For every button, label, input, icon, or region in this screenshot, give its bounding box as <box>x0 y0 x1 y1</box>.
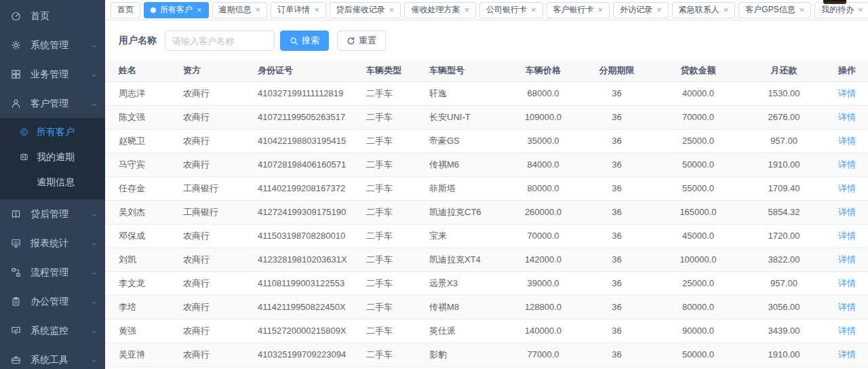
sidebar-item-system-monitor[interactable]: 系统监控 <box>0 316 105 345</box>
office-icon <box>10 296 21 307</box>
detail-link[interactable]: 详情 <box>838 88 856 98</box>
tab-close-icon[interactable]: × <box>724 5 729 14</box>
tab-close-icon[interactable]: × <box>389 5 395 14</box>
cell-monthly-payment: 1709.40 <box>744 176 824 200</box>
cell-vehicle-price: 128800.0 <box>505 295 581 319</box>
table-row: 李文龙农商行411081199003122553二手车远景X339000.036… <box>105 271 868 295</box>
cell-monthly-payment: 1453.00 <box>744 366 824 369</box>
cell-loan-amount: 25000.0 <box>652 129 744 153</box>
detail-link[interactable]: 详情 <box>838 183 856 193</box>
active-tab-dot-icon <box>151 7 156 13</box>
cell-installment-term: 36 <box>581 224 652 248</box>
detail-link[interactable]: 详情 <box>838 254 856 265</box>
tab-label: 贷后催收记录 <box>336 4 385 16</box>
cell-operation: 详情 <box>824 224 868 248</box>
cell-loan-amount: 55000.0 <box>652 176 744 200</box>
tab-close-icon[interactable]: × <box>464 5 469 14</box>
sidebar-item-home[interactable]: 首页 <box>0 1 105 31</box>
detail-link[interactable]: 详情 <box>838 136 856 146</box>
sidebar-subitem-overdue-info[interactable]: 逾期信息 <box>0 170 105 195</box>
sidebar-item-postloan-mgmt[interactable]: 贷后管理 <box>0 199 105 229</box>
reset-button[interactable]: 重置 <box>337 31 386 51</box>
search-button[interactable]: 搜索 <box>280 31 329 51</box>
cell-monthly-payment: 3439.00 <box>744 319 824 343</box>
search-input[interactable] <box>165 31 275 51</box>
tab-close-icon[interactable]: × <box>531 5 536 14</box>
sidebar-subitem-all-customers[interactable]: 所有客户 <box>0 119 105 144</box>
avatar-fragment <box>823 0 846 4</box>
chevron-down-icon <box>90 327 98 335</box>
cell-vehicle-type: 二手车 <box>366 271 429 295</box>
cell-funder: 农商行 <box>183 129 258 153</box>
gear-icon <box>10 40 21 51</box>
detail-link[interactable]: 详情 <box>838 349 856 360</box>
sidebar-item-label: 报表统计 <box>31 237 90 250</box>
cell-vehicle-price: 60000.0 <box>505 366 581 369</box>
detail-link[interactable]: 详情 <box>838 207 856 217</box>
tab-order-detail[interactable]: 订单详情× <box>271 2 326 18</box>
tab-home[interactable]: 首页 <box>111 2 140 18</box>
col-header-vehicle-type: 车辆类型 <box>366 60 429 81</box>
tab-label: 紧急联系人 <box>679 4 719 16</box>
cell-id-number: 410423199211083426 <box>258 366 366 369</box>
cell-installment-term: 36 <box>581 295 652 319</box>
tab-emergency-contacts[interactable]: 紧急联系人× <box>672 2 736 18</box>
cell-loan-amount: 50000.0 <box>652 343 744 366</box>
sidebar-item-office-mgmt[interactable]: 办公管理 <box>0 287 105 316</box>
table-row: 周志洋农商行410327199111112819二手车轩逸68000.03640… <box>105 81 868 105</box>
tab-collection-plan[interactable]: 催收处理方案× <box>404 2 476 18</box>
tab-field-visit-records[interactable]: 外访记录× <box>613 2 669 18</box>
cell-vehicle-type: 二手车 <box>366 81 429 105</box>
sidebar-item-customer-mgmt[interactable]: 客户管理 <box>0 89 105 118</box>
table-row: 吴刘杰工商银行412724199309175190二手车凯迪拉克CT626000… <box>105 200 868 224</box>
tab-label: 外访记录 <box>620 4 652 16</box>
cell-installment-term: 36 <box>581 343 652 366</box>
tab-close-icon[interactable]: × <box>256 5 261 14</box>
cell-operation: 详情 <box>824 129 868 153</box>
detail-link[interactable]: 详情 <box>838 326 856 336</box>
chevron-down-icon <box>90 210 98 218</box>
detail-link[interactable]: 详情 <box>838 302 856 312</box>
cell-loan-amount: 38000.0 <box>652 366 744 369</box>
cell-id-number: 411503198708280010 <box>258 224 366 248</box>
tab-my-todo[interactable]: 我的待办× <box>814 2 868 18</box>
tab-close-icon[interactable]: × <box>656 5 662 14</box>
sidebar-item-business-mgmt[interactable]: 业务管理 <box>0 60 105 89</box>
tab-overdue-info[interactable]: 逾期信息× <box>212 2 268 18</box>
tab-label: 首页 <box>117 4 134 16</box>
sidebar-item-system-mgmt[interactable]: 系统管理 <box>0 31 105 60</box>
cell-operation: 详情 <box>824 343 868 366</box>
sidebar-item-system-tools[interactable]: 系统工具 <box>0 345 105 369</box>
tab-close-icon[interactable]: × <box>800 5 805 14</box>
detail-link[interactable]: 详情 <box>838 231 856 241</box>
tab-close-icon[interactable]: × <box>314 5 319 14</box>
tab-label: 客户GPS信息 <box>745 4 795 16</box>
sidebar-item-report-stats[interactable]: 报表统计 <box>0 229 105 258</box>
tab-close-icon[interactable]: × <box>197 5 202 14</box>
cell-vehicle-model: 轩逸 <box>429 81 505 105</box>
tab-close-icon[interactable]: × <box>858 5 863 14</box>
tab-customer-gps[interactable]: 客户GPS信息× <box>738 2 811 18</box>
cell-vehicle-price: 84000.0 <box>505 153 581 176</box>
table-header-row: 姓名资方身份证号车辆类型车辆型号车辆价格分期期限贷款金额月还款操作 <box>105 60 868 81</box>
cell-loan-amount: 45000.0 <box>652 224 744 248</box>
tab-all-customers[interactable]: 所有客户× <box>144 2 209 18</box>
cell-installment-term: 36 <box>581 248 652 271</box>
cell-operation: 详情 <box>824 271 868 295</box>
cell-funder: 农商行 <box>183 248 258 271</box>
tab-company-bank-card[interactable]: 公司银行卡× <box>479 2 543 18</box>
detail-link[interactable]: 详情 <box>838 159 856 170</box>
sidebar-subitem-my-overdue[interactable]: 我的逾期 <box>0 144 105 170</box>
cell-vehicle-model: 帝豪GS <box>429 129 505 153</box>
cell-id-number: 41142119950822450X <box>258 295 366 319</box>
home-icon <box>10 11 21 22</box>
tab-close-icon[interactable]: × <box>598 5 604 14</box>
cell-vehicle-type: 二手车 <box>366 200 429 224</box>
cell-funder: 农商行 <box>183 366 258 369</box>
tab-postloan-collection-records[interactable]: 贷后催收记录× <box>330 2 401 18</box>
cell-vehicle-price: 140000.0 <box>505 319 581 343</box>
detail-link[interactable]: 详情 <box>838 112 856 122</box>
sidebar-item-process-mgmt[interactable]: 流程管理 <box>0 258 105 287</box>
tab-customer-bank-card[interactable]: 客户银行卡× <box>547 2 610 18</box>
detail-link[interactable]: 详情 <box>838 278 856 288</box>
